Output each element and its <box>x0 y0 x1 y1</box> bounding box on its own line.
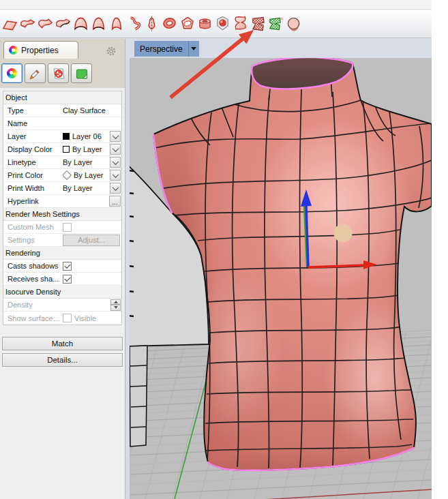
s-curve-surface-icon[interactable] <box>126 14 142 33</box>
layer-dropdown-button[interactable] <box>110 131 121 142</box>
panel-icon-tabs <box>1 63 94 83</box>
details-button[interactable]: Details... <box>2 353 123 367</box>
chevron-down-icon <box>112 171 119 178</box>
print-color-label: Print Color <box>3 171 63 179</box>
wavy-surface-icon-3[interactable] <box>55 14 71 33</box>
density-label: Density <box>3 301 63 309</box>
layer-label: Layer <box>3 132 63 140</box>
arched-surface-icon-1[interactable] <box>73 14 89 33</box>
layer-icon <box>75 67 89 80</box>
triangle-down-icon <box>191 47 196 50</box>
curled-surface-icon[interactable] <box>108 14 124 33</box>
match-button[interactable]: Match <box>2 337 123 350</box>
draped-surface-icon[interactable] <box>233 14 248 33</box>
chevron-down-icon <box>112 184 119 191</box>
chevron-down-icon <box>112 145 119 152</box>
wavy-surface-icon-1[interactable] <box>20 14 35 33</box>
perspective-viewport[interactable] <box>130 58 432 499</box>
linetype-label: Linetype <box>3 158 63 166</box>
paint-tube-icon <box>29 67 42 80</box>
density-spinner[interactable] <box>110 299 121 311</box>
display-color-value: By Layer <box>72 145 102 153</box>
properties-tab-label: Properties <box>21 46 59 55</box>
row-casts-shadows: Casts shadows <box>3 260 121 273</box>
arched-surface-icon-2[interactable] <box>91 14 106 33</box>
revolve-surface-icon[interactable] <box>144 14 160 33</box>
gumball-menu-ball[interactable] <box>334 224 353 243</box>
linetype-value: By Layer <box>63 158 92 166</box>
row-display-color: Display Color By Layer <box>3 143 121 156</box>
layer-color-swatch <box>63 133 70 140</box>
display-color-swatch <box>63 146 70 153</box>
section-object: Object <box>3 91 121 104</box>
show-surface-label: Show surface... <box>3 314 63 322</box>
rhino-application-window: rs Properties <box>0 0 448 499</box>
object-property-grid: Object Type Clay Surface Name Layer Laye… <box>3 91 122 325</box>
section-isocurve-density: Isocurve Density <box>3 286 121 299</box>
viewport-title[interactable]: Perspective <box>134 41 188 57</box>
receives-shadows-label: Receives sha... <box>3 275 63 283</box>
section-render-mesh: Render Mesh Settings <box>3 208 121 221</box>
casts-shadows-checkbox[interactable] <box>63 262 72 271</box>
row-receives-shadows: Receives sha... <box>3 273 121 286</box>
settings-label: Settings <box>3 236 63 244</box>
hyperlink-browse-button[interactable]: ... <box>109 196 121 207</box>
row-hyperlink: Hyperlink ... <box>3 195 121 208</box>
spinner-down-button[interactable] <box>110 305 121 311</box>
chevron-down-icon <box>112 158 119 165</box>
display-color-dropdown-button[interactable] <box>110 144 121 155</box>
viewport-title-tab[interactable]: Perspective <box>134 41 199 57</box>
viewport-scene <box>130 58 432 499</box>
chevron-down-icon <box>112 132 119 139</box>
type-label: Type <box>3 106 63 115</box>
outlined-sphere-icon[interactable] <box>286 14 301 33</box>
row-linetype: Linetype By Layer <box>3 156 121 169</box>
type-value: Clay Surface <box>63 106 106 115</box>
sphere-shield-icon[interactable] <box>215 14 230 33</box>
tab-layers[interactable] <box>71 63 92 83</box>
gear-icon[interactable] <box>106 46 117 59</box>
row-custom-mesh: Custom Mesh <box>3 221 121 234</box>
viewport-menu-button[interactable] <box>188 41 199 57</box>
triangle-up-icon <box>114 301 118 303</box>
row-density: Density <box>3 299 121 312</box>
torus-surface-icon[interactable] <box>162 14 177 33</box>
row-name: Name <box>3 117 121 130</box>
toolbar-top-strip <box>0 0 448 10</box>
section-rendering: Rendering <box>3 247 121 260</box>
holed-surface-icon[interactable] <box>179 14 195 33</box>
row-print-color: Print Color By Layer <box>3 169 121 182</box>
custom-mesh-label: Custom Mesh <box>3 223 63 231</box>
hyperlink-label: Hyperlink <box>3 197 63 205</box>
adjust-button[interactable]: Adjust... <box>63 235 120 246</box>
right-margin-strip <box>432 0 448 499</box>
color-wheel-icon <box>7 68 17 78</box>
receives-shadows-checkbox[interactable] <box>63 275 72 284</box>
print-color-swatch <box>63 170 72 180</box>
tab-material[interactable] <box>48 63 69 83</box>
green-mesh-surface-icon[interactable]: rs <box>268 14 284 33</box>
tab-object-properties[interactable] <box>1 63 23 83</box>
triangle-down-icon <box>114 306 118 309</box>
tab-paint[interactable] <box>25 63 46 83</box>
flat-surface-icon[interactable] <box>2 14 18 33</box>
print-width-dropdown-button[interactable] <box>110 183 121 194</box>
show-surface-checkbox[interactable] <box>63 314 72 322</box>
print-width-label: Print Width <box>3 184 63 192</box>
row-type: Type Clay Surface <box>3 104 121 117</box>
print-color-dropdown-button[interactable] <box>110 170 121 181</box>
linetype-dropdown-button[interactable] <box>110 157 121 168</box>
tube-surface-icon[interactable] <box>197 14 213 33</box>
print-width-value: By Layer <box>63 184 92 192</box>
visible-label: Visible <box>74 314 96 322</box>
properties-tab[interactable]: Properties <box>3 41 78 59</box>
name-label: Name <box>3 119 63 127</box>
panel-tab-strip: Properties <box>0 39 125 88</box>
custom-mesh-checkbox[interactable] <box>63 223 72 232</box>
wavy-surface-icon-2[interactable] <box>38 14 53 33</box>
layer-value: Layer 06 <box>72 132 102 140</box>
color-wheel-icon <box>9 46 18 55</box>
checkered-mesh-surface-icon[interactable] <box>250 14 266 33</box>
print-color-value: By Layer <box>74 171 103 179</box>
spinner-up-button[interactable] <box>110 299 121 305</box>
